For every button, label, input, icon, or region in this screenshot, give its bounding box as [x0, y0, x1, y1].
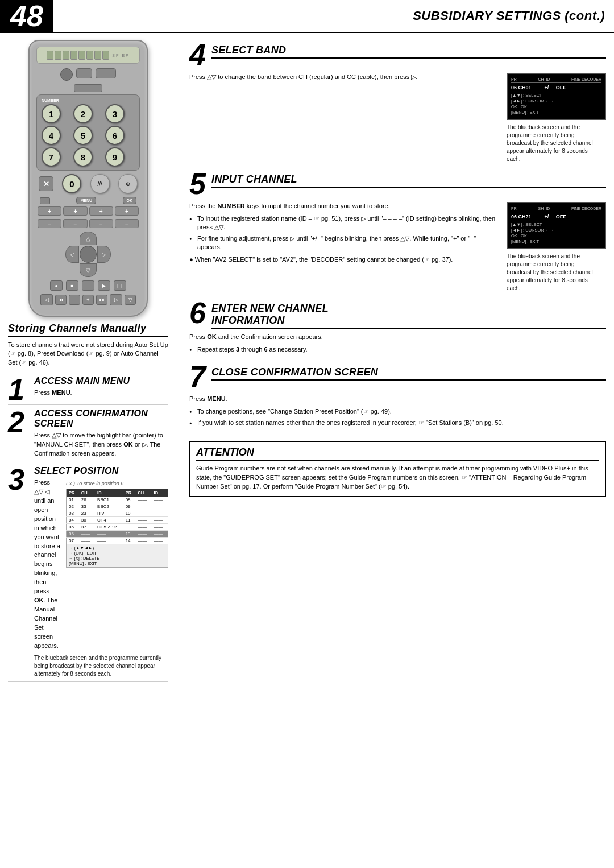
screen-data-5: 06 CH21 —— +/– OFF [511, 214, 601, 220]
num-btn-0[interactable]: 0 [62, 174, 81, 193]
nav-right-button[interactable]: ▷ [97, 246, 111, 263]
num-btn-1[interactable]: 1 [42, 104, 61, 123]
step-2-content: ACCESS CONFIRMATION SCREEN Press △▽ to m… [31, 405, 168, 462]
step-6: 6 ENTER NEW CHANNELINFORMATION Press OK … [189, 298, 606, 356]
x-button[interactable]: ✕ [39, 176, 53, 191]
right-column: 4 SELECT BAND Press △▽ to change the ban… [181, 33, 614, 689]
step-3-content: SELECT POSITION Press △▽ ◁ until an open… [31, 462, 168, 681]
th-id1: ID [95, 489, 123, 497]
step-5-title-block: INPUT CHANNEL [211, 173, 606, 188]
step-5-note: ● When "AV2 SELECT" is set to "AV2", the… [189, 255, 501, 264]
step-2-number: 2 [8, 405, 31, 462]
step-3-blueback-note: The blueback screen and the programme cu… [34, 654, 168, 678]
step-5-body: Press the NUMBER keys to input the chann… [189, 202, 606, 292]
mid-button[interactable] [74, 84, 102, 92]
step-1-number: 1 [8, 373, 31, 404]
bullet-item: To input the registered station name (ID… [189, 214, 501, 232]
main-content: SP EP NUMBER 1 2 3 [0, 33, 614, 689]
bottom-down-btn[interactable]: ▽ [125, 295, 136, 305]
step-7-body: Press MENU. To change positions, see "Ch… [189, 395, 606, 429]
step-3-row: 3 SELECT POSITION Press △▽ ◁ until an op… [8, 462, 168, 682]
step-5-screen: PRSH IDFINE DECODER 06 CH21 —— +/– OFF [… [507, 202, 606, 249]
pause-button[interactable]: ⏸ [82, 280, 94, 291]
step-3-body: Press △▽ ◁ until an open position in whi… [34, 478, 168, 651]
step-5-bullets: To input the registered station name (ID… [189, 214, 501, 252]
step-7-title: CLOSE CONFIRMATION SCREEN [211, 366, 606, 378]
nav-left-button[interactable]: ◁ [65, 246, 79, 263]
step-2-heading: ACCESS CONFIRMATION SCREEN [34, 408, 168, 429]
minus-btn-3[interactable]: – [89, 219, 113, 228]
bullet-item: To change positions, see "Change Station… [189, 407, 606, 416]
step-3-heading: SELECT POSITION [34, 466, 168, 476]
plus-btn-1[interactable]: + [38, 206, 61, 216]
page-header: 48 SUBSIDIARY SETTINGS (cont.) [0, 0, 614, 33]
step-4-title: SELECT BAND [211, 44, 606, 56]
bottom-rw-btn[interactable]: ⏮ [55, 295, 67, 305]
step-6-body: Press OK and the Confirmation screen app… [189, 333, 606, 356]
extra-btn[interactable]: ⊕ [118, 174, 138, 193]
step-4: 4 SELECT BAND Press △▽ to change the ban… [189, 40, 606, 163]
nav-down-button[interactable]: ▽ [80, 263, 97, 277]
num-btn-9[interactable]: 9 [105, 147, 125, 167]
bottom-left-btn[interactable]: ◁ [40, 294, 53, 305]
step-4-number: 4 [189, 40, 206, 69]
pause2-button[interactable]: ❙❙ [114, 280, 126, 291]
nav-up-button[interactable]: △ [80, 232, 97, 245]
step-5-number: 5 [189, 169, 206, 199]
step-4-title-block: SELECT BAND [211, 44, 606, 59]
step-2-text: Press △▽ to move the highlight bar (poin… [34, 431, 168, 458]
section-title: Storing Channels Manually [8, 323, 168, 337]
remote-display: SP EP [36, 47, 140, 64]
num-btn-8[interactable]: 8 [73, 147, 93, 167]
stop-button[interactable]: ■ [66, 280, 78, 291]
minus-btn-1[interactable]: – [38, 219, 61, 228]
right-col-inner: 4 SELECT BAND Press △▽ to change the ban… [189, 40, 606, 497]
num-btn-3[interactable]: 3 [105, 104, 125, 123]
minus-btn-2[interactable]: – [63, 219, 87, 228]
bottom-center-btn[interactable]: – [69, 295, 80, 305]
remote-control: SP EP NUMBER 1 2 3 [28, 40, 148, 317]
step-7-intro: Press MENU. [189, 395, 606, 404]
step-5-blueback: The blueback screen and theprogramme cur… [507, 253, 606, 292]
special-btn[interactable]: /// [90, 174, 110, 193]
step-3-number: 3 [8, 462, 31, 681]
column-divider [179, 33, 179, 689]
page-number: 48 [0, 0, 53, 32]
key-guide-4: [▲▼] : SELECT [◄►] : CURSOR ←→ OK : OK [… [511, 93, 601, 115]
plus-btn-3[interactable]: + [89, 206, 113, 216]
minus-btn-4[interactable]: – [115, 219, 139, 228]
nav-cluster: △ ▽ ◁ ▷ [36, 232, 140, 277]
step-7-text: Press MENU. To change positions, see "Ch… [189, 395, 606, 429]
step-1-row: 1 ACCESS MAIN MENU Press MENU. [8, 373, 168, 405]
record-button[interactable]: ● [50, 280, 63, 291]
attention-title: ATTENTION [196, 447, 599, 461]
play-button[interactable]: ▶ [98, 280, 110, 291]
num-btn-2[interactable]: 2 [73, 104, 93, 123]
step-5: 5 INPUT CHANNEL Press the NUMBER keys to… [189, 169, 606, 292]
bottom-ff-btn[interactable]: + [82, 295, 94, 305]
step-7: 7 CLOSE CONFIRMATION SCREEN Press MENU. … [189, 362, 606, 429]
ok-button[interactable]: OK [123, 197, 137, 204]
bottom-right-btn[interactable]: ▷ [110, 294, 122, 305]
small-btn-left[interactable] [40, 197, 50, 204]
table-row: 0126BBC108———— [67, 497, 168, 503]
step-6-number: 6 [189, 298, 206, 328]
top-button-1[interactable] [76, 68, 92, 78]
num-btn-4[interactable]: 4 [42, 126, 61, 145]
plus-btn-4[interactable]: + [115, 206, 139, 216]
power-button[interactable] [60, 68, 73, 81]
menu-button[interactable]: MENU [76, 197, 96, 204]
plus-btn-2[interactable]: + [63, 206, 87, 216]
th-ch1: CH [79, 489, 95, 497]
table-row: 0323ITV10———— [67, 510, 168, 516]
number-area: NUMBER 1 2 3 4 5 6 7 8 9 [36, 94, 140, 171]
num-btn-7[interactable]: 7 [42, 147, 61, 167]
table-footer: → (▲▼◄►) → (OK) : EDIT → [X] : DELETE [M… [66, 544, 168, 568]
screen-data-4: 06 CH01 —— +/– OFF [511, 85, 601, 90]
top-button-2[interactable] [96, 68, 116, 78]
table-row: 0233BBC209———— [67, 503, 168, 510]
num-btn-6[interactable]: 6 [105, 126, 125, 145]
table-row: 07————14———— [67, 537, 168, 544]
bottom-next-btn[interactable]: ⏭ [96, 295, 107, 305]
num-btn-5[interactable]: 5 [73, 126, 93, 145]
